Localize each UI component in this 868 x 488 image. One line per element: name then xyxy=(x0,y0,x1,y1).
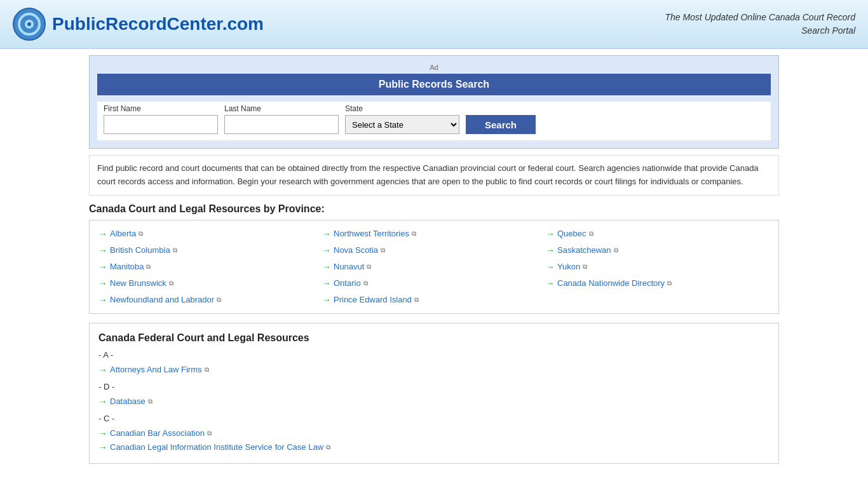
province-link-nova-scotia[interactable]: Nova Scotia xyxy=(334,245,378,255)
federal-link-attorneys-law-firms[interactable]: Attorneys And Law Firms xyxy=(110,365,202,374)
province-item-british-columbia: → British Columbia ⧉ xyxy=(98,243,322,257)
province-item-newfoundland: → Newfoundland and Labrador ⧉ xyxy=(98,293,322,307)
province-link-british-columbia[interactable]: British Columbia xyxy=(110,245,170,255)
state-group: State Select a StateAlbertaBritish Colum… xyxy=(345,104,459,134)
external-link-icon: ⧉ xyxy=(139,230,143,238)
main-content: Canada Court and Legal Resources by Prov… xyxy=(89,203,779,464)
province-link-pei[interactable]: Prince Edward Island xyxy=(334,295,412,304)
section-letter-c: - C - xyxy=(98,414,770,423)
province-link-nunavut[interactable]: Nunavut xyxy=(334,262,364,271)
arrow-icon: → xyxy=(98,396,107,407)
external-link-icon: ⧉ xyxy=(363,280,368,287)
province-item-manitoba: → Manitoba ⧉ xyxy=(98,260,322,274)
external-link-icon: ⧉ xyxy=(207,430,212,437)
logo-icon xyxy=(13,8,46,41)
section-letter-d: - D - xyxy=(98,382,770,391)
arrow-icon: → xyxy=(546,278,555,288)
external-link-icon: ⧉ xyxy=(205,366,209,374)
federal-item-canlii: → Canadian Legal Information Institute S… xyxy=(98,440,770,454)
province-item-pei: → Prince Edward Island ⧉ xyxy=(322,293,546,307)
arrow-icon: → xyxy=(98,245,107,255)
province-item-quebec: → Quebec ⧉ xyxy=(546,227,770,241)
federal-item-database: → Database ⧉ xyxy=(98,395,770,409)
federal-section: Canada Federal Court and Legal Resources… xyxy=(89,323,779,464)
search-button[interactable]: Search xyxy=(466,115,536,134)
last-name-group: Last Name xyxy=(224,104,339,134)
arrow-icon: → xyxy=(546,262,555,272)
federal-link-canadian-bar-association[interactable]: Canadian Bar Association xyxy=(110,428,205,438)
province-link-newfoundland[interactable]: Newfoundland and Labrador xyxy=(110,295,214,304)
province-item-ontario: → Ontario ⧉ xyxy=(322,276,546,290)
ad-section: Ad Public Records Search First Name Last… xyxy=(89,55,779,149)
external-link-icon: ⧉ xyxy=(667,280,672,287)
external-link-icon: ⧉ xyxy=(414,296,419,304)
federal-groups: - A -→ Attorneys And Law Firms ⧉- D -→ D… xyxy=(98,350,770,454)
federal-heading: Canada Federal Court and Legal Resources xyxy=(98,332,770,344)
section-letter-a: - A - xyxy=(98,350,770,360)
arrow-icon: → xyxy=(98,229,107,239)
arrow-icon: → xyxy=(322,229,331,239)
province-section: Canada Court and Legal Resources by Prov… xyxy=(89,203,779,314)
province-link-alberta[interactable]: Alberta xyxy=(110,229,136,238)
first-name-label: First Name xyxy=(104,104,218,113)
header: PublicRecordCenter.com The Most Updated … xyxy=(0,0,868,49)
site-title: PublicRecordCenter.com xyxy=(52,14,264,34)
search-widget-title: Public Records Search xyxy=(379,79,489,90)
arrow-icon: → xyxy=(546,245,555,255)
first-name-input[interactable] xyxy=(104,115,218,134)
province-link-nationwide[interactable]: Canada Nationwide Directory xyxy=(557,278,665,288)
province-link-yukon[interactable]: Yukon xyxy=(557,262,580,271)
external-link-icon: ⧉ xyxy=(148,398,153,405)
external-link-icon: ⧉ xyxy=(583,263,587,271)
external-link-icon: ⧉ xyxy=(169,280,173,287)
federal-link-database[interactable]: Database xyxy=(110,396,146,406)
arrow-icon: → xyxy=(98,428,107,438)
province-link-manitoba[interactable]: Manitoba xyxy=(110,262,144,271)
state-label: State xyxy=(345,104,459,113)
arrow-icon: → xyxy=(322,278,331,288)
state-select[interactable]: Select a StateAlbertaBritish ColumbiaMan… xyxy=(345,115,459,134)
province-link-northwest-territories[interactable]: Northwest Territories xyxy=(334,229,409,238)
federal-item-attorneys-law-firms: → Attorneys And Law Firms ⧉ xyxy=(98,363,770,377)
province-link-quebec[interactable]: Quebec xyxy=(557,229,587,238)
federal-item-canadian-bar-association: → Canadian Bar Association ⧉ xyxy=(98,426,770,440)
first-name-group: First Name xyxy=(104,104,218,134)
province-item-new-brunswick: → New Brunswick ⧉ xyxy=(98,276,322,290)
arrow-icon: → xyxy=(98,442,107,452)
province-item-nationwide: → Canada Nationwide Directory ⧉ xyxy=(546,276,770,290)
province-link-ontario[interactable]: Ontario xyxy=(334,278,361,288)
external-link-icon: ⧉ xyxy=(381,247,385,254)
province-item-nunavut: → Nunavut ⧉ xyxy=(322,260,546,274)
province-cell-empty xyxy=(546,293,770,307)
external-link-icon: ⧉ xyxy=(412,230,416,238)
external-link-icon: ⧉ xyxy=(589,230,593,238)
arrow-icon: → xyxy=(98,278,107,288)
arrow-icon: → xyxy=(98,365,107,375)
province-item-saskatchewan: → Saskatchewan ⧉ xyxy=(546,243,770,257)
arrow-icon: → xyxy=(322,245,331,255)
arrow-icon: → xyxy=(98,295,107,305)
province-list: → Alberta ⧉→ Northwest Territories ⧉→ Qu… xyxy=(89,220,779,314)
province-link-new-brunswick[interactable]: New Brunswick xyxy=(110,278,166,288)
description: Find public record and court documents t… xyxy=(89,155,779,196)
external-link-icon: ⧉ xyxy=(146,263,151,271)
federal-link-canlii[interactable]: Canadian Legal Information Institute Ser… xyxy=(110,442,323,452)
external-link-icon: ⧉ xyxy=(614,247,618,254)
external-link-icon: ⧉ xyxy=(217,296,221,304)
search-widget-header: Public Records Search xyxy=(97,74,771,95)
province-link-saskatchewan[interactable]: Saskatchewan xyxy=(557,245,611,255)
province-grid: → Alberta ⧉→ Northwest Territories ⧉→ Qu… xyxy=(98,227,770,307)
arrow-icon: → xyxy=(546,229,555,239)
description-text: Find public record and court documents t… xyxy=(97,162,771,189)
arrow-icon: → xyxy=(98,262,107,272)
last-name-input[interactable] xyxy=(224,115,339,134)
province-heading: Canada Court and Legal Resources by Prov… xyxy=(89,203,779,215)
external-link-icon: ⧉ xyxy=(367,263,371,271)
svg-point-3 xyxy=(27,22,31,26)
search-form: First Name Last Name State Select a Stat… xyxy=(97,102,771,140)
province-item-yukon: → Yukon ⧉ xyxy=(546,260,770,274)
logo-area: PublicRecordCenter.com xyxy=(13,8,264,41)
arrow-icon: → xyxy=(322,262,331,272)
province-item-northwest-territories: → Northwest Territories ⧉ xyxy=(322,227,546,241)
tagline: The Most Updated Online Canada Court Rec… xyxy=(665,11,855,37)
